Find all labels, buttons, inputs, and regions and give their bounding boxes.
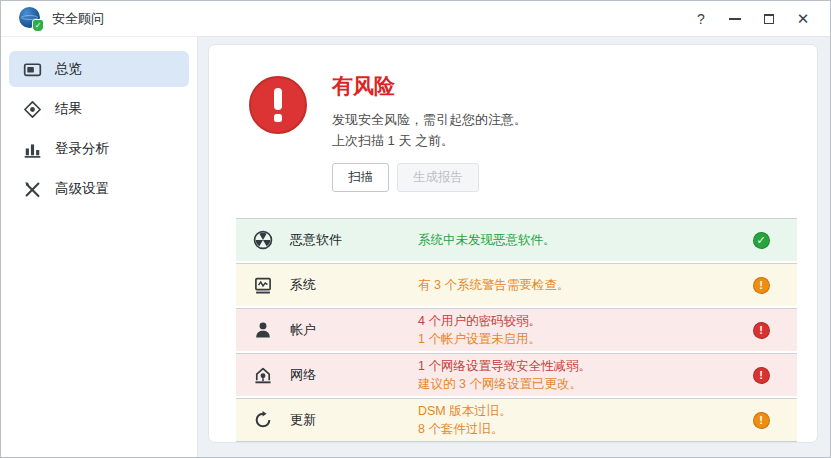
- sidebar-item-results[interactable]: 结果: [9, 91, 189, 127]
- status-cell: !: [725, 322, 797, 339]
- system-icon: [236, 275, 290, 295]
- table-row-system[interactable]: 系统 有 3 个系统警告需要检查。 !: [236, 263, 797, 306]
- login-analysis-icon: [23, 140, 42, 159]
- status-cell: ✓: [725, 232, 797, 249]
- table-row-network[interactable]: 网络 1 个网络设置导致安全性减弱。 建议的 3 个网络设置已更改。 !: [236, 353, 797, 396]
- last-scan-info: 上次扫描 1 天 之前。: [332, 130, 527, 151]
- security-advisor-app-icon: ✓: [19, 7, 42, 30]
- category-description: 系统中未发现恶意软件。: [418, 231, 725, 249]
- app-title: 安全顾问: [52, 10, 104, 28]
- maximize-button[interactable]: [756, 6, 782, 32]
- main-panel: 有风险 发现安全风险，需引起您的注意。 上次扫描 1 天 之前。 扫描 生成报告: [198, 36, 830, 457]
- sidebar-item-label: 登录分析: [55, 140, 109, 158]
- overview-icon: [23, 60, 42, 79]
- risk-alert-icon: [249, 76, 307, 134]
- sidebar-item-overview[interactable]: 总览: [9, 51, 189, 87]
- status-cell: !: [725, 412, 797, 429]
- security-category-table: 恶意软件 系统中未发现恶意软件。 ✓ 系统: [236, 218, 797, 442]
- sidebar-item-label: 结果: [55, 100, 82, 118]
- action-buttons: 扫描 生成报告: [332, 163, 527, 192]
- category-label: 系统: [290, 276, 418, 294]
- category-description: DSM 版本过旧。 8 个套件过旧。: [418, 402, 725, 438]
- category-description: 有 3 个系统警告需要检查。: [418, 276, 725, 294]
- malware-icon: [236, 230, 290, 250]
- sidebar-item-login-analysis[interactable]: 登录分析: [9, 131, 189, 167]
- titlebar: ✓ 安全顾问 ? ✕: [1, 1, 830, 36]
- status-danger-icon: !: [753, 322, 770, 339]
- help-button[interactable]: ?: [688, 6, 714, 32]
- close-button[interactable]: ✕: [790, 6, 816, 32]
- risk-summary: 有风险 发现安全风险，需引起您的注意。 上次扫描 1 天 之前。 扫描 生成报告: [249, 72, 797, 192]
- sidebar: 总览 结果 登录分析 高级设置: [1, 36, 198, 457]
- results-icon: [23, 100, 42, 119]
- category-label: 帐户: [290, 321, 418, 339]
- status-cell: !: [725, 367, 797, 384]
- overview-card: 有风险 发现安全风险，需引起您的注意。 上次扫描 1 天 之前。 扫描 生成报告: [208, 44, 818, 443]
- table-row-malware[interactable]: 恶意软件 系统中未发现恶意软件。 ✓: [236, 218, 797, 261]
- exclamation-dot: [274, 114, 282, 122]
- category-label: 恶意软件: [290, 231, 418, 249]
- category-label: 网络: [290, 366, 418, 384]
- minimize-icon: [729, 18, 741, 20]
- table-row-update[interactable]: 更新 DSM 版本过旧。 8 个套件过旧。 !: [236, 398, 797, 441]
- risk-description: 发现安全风险，需引起您的注意。: [332, 109, 527, 130]
- sidebar-item-label: 总览: [55, 60, 82, 78]
- security-advisor-window: ✓ 安全顾问 ? ✕ 总览 结果: [0, 0, 831, 458]
- minimize-button[interactable]: [722, 6, 748, 32]
- status-warning-icon: !: [753, 412, 770, 429]
- status-warning-icon: !: [753, 277, 770, 294]
- status-danger-icon: !: [753, 367, 770, 384]
- sidebar-item-advanced-settings[interactable]: 高级设置: [9, 171, 189, 207]
- sidebar-item-label: 高级设置: [55, 180, 109, 198]
- account-icon: [236, 320, 290, 340]
- titlebar-left: ✓ 安全顾问: [19, 7, 104, 30]
- category-description: 1 个网络设置导致安全性减弱。 建议的 3 个网络设置已更改。: [418, 357, 725, 393]
- titlebar-controls: ? ✕: [688, 6, 816, 32]
- risk-summary-text: 有风险 发现安全风险，需引起您的注意。 上次扫描 1 天 之前。 扫描 生成报告: [332, 72, 527, 192]
- status-ok-icon: ✓: [753, 232, 770, 249]
- maximize-icon: [764, 14, 774, 24]
- scan-button[interactable]: 扫描: [332, 163, 389, 192]
- network-icon: [236, 365, 290, 385]
- category-label: 更新: [290, 411, 418, 429]
- category-description: 4 个用户的密码较弱。 1 个帐户设置未启用。: [418, 312, 725, 348]
- app-body: 总览 结果 登录分析 高级设置: [1, 36, 830, 457]
- advanced-settings-icon: [23, 180, 42, 199]
- table-row-account[interactable]: 帐户 4 个用户的密码较弱。 1 个帐户设置未启用。 !: [236, 308, 797, 351]
- status-cell: !: [725, 277, 797, 294]
- shield-check-icon: ✓: [32, 19, 44, 32]
- update-icon: [236, 410, 290, 430]
- exclamation-bar: [274, 88, 282, 110]
- generate-report-button[interactable]: 生成报告: [397, 163, 479, 192]
- risk-status-title: 有风险: [332, 72, 527, 100]
